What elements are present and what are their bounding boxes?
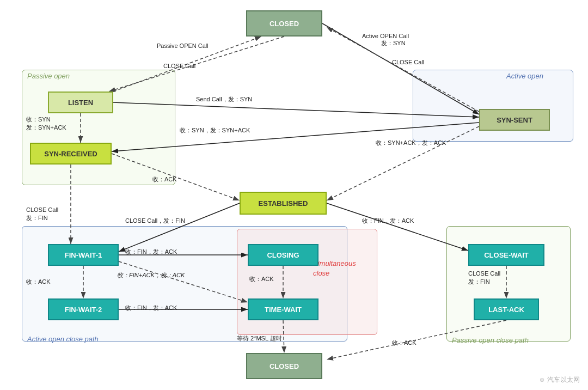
label-send-syn: Send Call，发：SYN	[196, 95, 252, 103]
active-open-region	[413, 70, 573, 142]
state-closed-bottom: CLOSED	[246, 353, 322, 379]
label-fin-ack-fw1: 收：FIN，发：ACK	[125, 248, 177, 256]
diagram-container: Passive open Active open Active open clo…	[0, 0, 588, 390]
passive-open-label: Passive open	[27, 72, 70, 80]
label-fin-ack-fw2: 收：FIN，发：ACK	[125, 304, 177, 312]
label-close-fin-2: CLOSE Call，发：FIN	[125, 217, 185, 225]
state-established: ESTABLISHED	[240, 192, 327, 215]
label-fin-ack-established: 收：FIN，发：ACK	[362, 217, 414, 225]
state-fin-wait-1: FIN-WAIT-1	[48, 244, 119, 266]
state-fin-wait-2: FIN-WAIT-2	[48, 298, 119, 320]
passive-close-region	[446, 226, 571, 342]
state-syn-received: SYN-RECEIVED	[30, 143, 112, 164]
state-listen: LISTEN	[48, 92, 113, 113]
state-close-wait: CLOSE-WAIT	[468, 244, 544, 266]
active-close-label: Active open close path	[27, 335, 99, 343]
label-ack-last: 收：ACK	[392, 339, 416, 347]
passive-close-label: Passive open close path	[452, 336, 529, 344]
label-close-call-1: CLOSE Call	[163, 63, 195, 69]
label-2msl: 等待 2*MSL 超时	[237, 334, 282, 343]
simultaneous-close-label: Simultaneousclose	[313, 259, 356, 278]
label-close-call-2: CLOSE Call	[392, 59, 424, 65]
active-open-label: Active open	[506, 72, 543, 80]
label-syn-rcv: 收：SYN发：SYN+ACK	[26, 115, 66, 132]
state-closing: CLOSING	[248, 244, 318, 266]
label-passive-open-call: Passive OPEN Call	[157, 42, 209, 49]
state-last-ack: LAST-ACK	[474, 298, 539, 320]
state-closed-top: CLOSED	[246, 10, 322, 36]
state-syn-sent: SYN-SENT	[479, 109, 550, 131]
label-active-open: Active OPEN Call	[362, 33, 409, 39]
label-active-syn: 发：SYN	[381, 39, 406, 47]
state-time-wait: TIME-WAIT	[248, 298, 318, 320]
label-finack-ack: 收：FIN+ACK，发：ACK	[117, 271, 185, 279]
label-ack-closing: 收：ACK	[249, 275, 274, 283]
label-ack-fw1: 收：ACK	[26, 278, 51, 286]
label-synack-ack: 收：SYN+ACK，发：ACK	[376, 139, 446, 147]
label-ack-1: 收：ACK	[152, 175, 177, 184]
label-close-call-cw: CLOSE Call发：FIN	[468, 270, 500, 287]
label-syn-synack: 收：SYN，发：SYN+ACK	[180, 126, 250, 135]
watermark: ☺ 汽车以太网	[538, 375, 580, 385]
label-close-fin: CLOSE Call发：FIN	[26, 206, 58, 223]
